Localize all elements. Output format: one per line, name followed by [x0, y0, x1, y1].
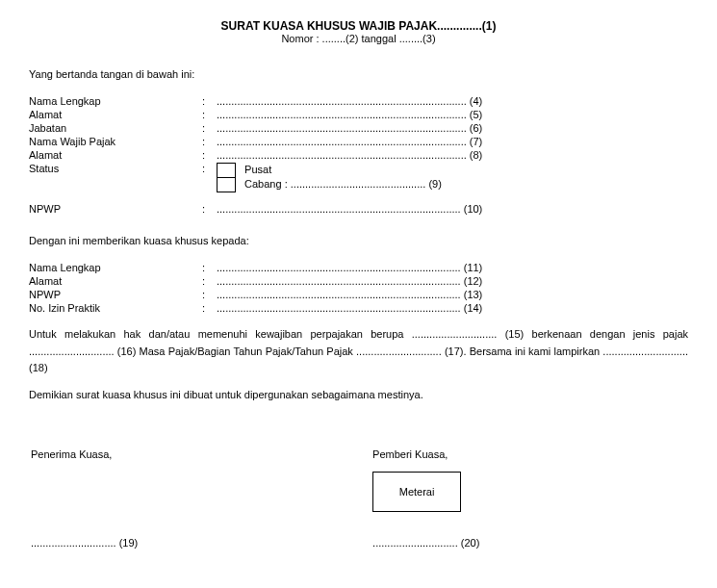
grantor-field-label: Jabatan: [29, 121, 202, 135]
grantee-field-label: Nama Lengkap: [29, 261, 202, 274]
giver-title: Pemberi Kuasa,: [372, 448, 686, 460]
grantor-field-label: Nama Lengkap: [29, 94, 202, 108]
grantee-field-row: No. Izin Praktik:.......................…: [29, 301, 688, 315]
checkbox-cabang[interactable]: [217, 177, 236, 192]
grantor-field-row: Nama Wajib Pajak:.......................…: [29, 135, 688, 148]
giver-signature-line: ............................. (20): [372, 537, 686, 549]
document-title: SURAT KUASA KHUSUS WAJIB PAJAK..........…: [29, 19, 688, 33]
receiver-title: Penerima Kuasa,: [31, 448, 371, 460]
grantee-field-label: No. Izin Praktik: [29, 301, 202, 315]
grantee-field-value: ........................................…: [217, 261, 688, 274]
npwp-row: NPWP : .................................…: [29, 202, 688, 216]
grantor-field-value: ........................................…: [217, 135, 688, 148]
status-checkbox-stack: [217, 163, 236, 192]
grantor-field-row: Nama Lengkap:...........................…: [29, 94, 688, 108]
receiver-signature-line: ............................. (19): [31, 537, 371, 549]
grantor-field-label: Alamat: [29, 148, 202, 162]
grantee-field-value: ........................................…: [217, 274, 688, 288]
status-label: Status: [29, 162, 202, 192]
closing-text: Demikian surat kuasa khusus ini dibuat u…: [29, 387, 688, 404]
grantor-field-label: Alamat: [29, 108, 202, 121]
grantee-field-value: ........................................…: [217, 288, 688, 301]
status-row: Status : Pusat Cabang : ................…: [29, 162, 688, 192]
grant-text: Dengan ini memberikan kuasa khusus kepad…: [29, 235, 688, 246]
grantee-field-row: Nama Lengkap:...........................…: [29, 261, 688, 274]
grantor-field-row: Alamat:.................................…: [29, 108, 688, 121]
grantor-fields-table: Nama Lengkap:...........................…: [29, 94, 688, 216]
grantor-field-value: ........................................…: [217, 94, 688, 108]
document-subtitle: Nomor : ........(2) tanggal ........(3): [29, 33, 688, 44]
grantor-field-label: Nama Wajib Pajak: [29, 135, 202, 148]
grantee-field-row: Alamat:.................................…: [29, 274, 688, 288]
grantor-field-value: ........................................…: [217, 148, 688, 162]
signature-block: Penerima Kuasa, Pemberi Kuasa, Meterai .…: [29, 447, 688, 550]
grantor-field-value: ........................................…: [217, 121, 688, 135]
grantee-field-value: ........................................…: [217, 301, 688, 315]
status-cabang-label: Cabang : ...............................…: [244, 177, 442, 192]
meterai-box: Meterai: [372, 472, 461, 512]
grantee-fields-table: Nama Lengkap:...........................…: [29, 261, 688, 315]
status-pusat-label: Pusat: [244, 163, 442, 177]
checkbox-pusat[interactable]: [217, 163, 236, 178]
body-paragraph: Untuk melakukan hak dan/atau memenuhi ke…: [29, 326, 688, 377]
grantee-field-label: Alamat: [29, 274, 202, 288]
intro-text: Yang bertanda tangan di bawah ini:: [29, 68, 688, 80]
npwp-value: ........................................…: [217, 202, 688, 216]
grantor-field-value: ........................................…: [217, 108, 688, 121]
grantor-field-row: Alamat:.................................…: [29, 148, 688, 162]
grantee-field-row: NPWP:...................................…: [29, 288, 688, 301]
npwp-label: NPWP: [29, 202, 202, 216]
title-block: SURAT KUASA KHUSUS WAJIB PAJAK..........…: [29, 19, 688, 44]
grantor-field-row: Jabatan:................................…: [29, 121, 688, 135]
grantee-field-label: NPWP: [29, 288, 202, 301]
